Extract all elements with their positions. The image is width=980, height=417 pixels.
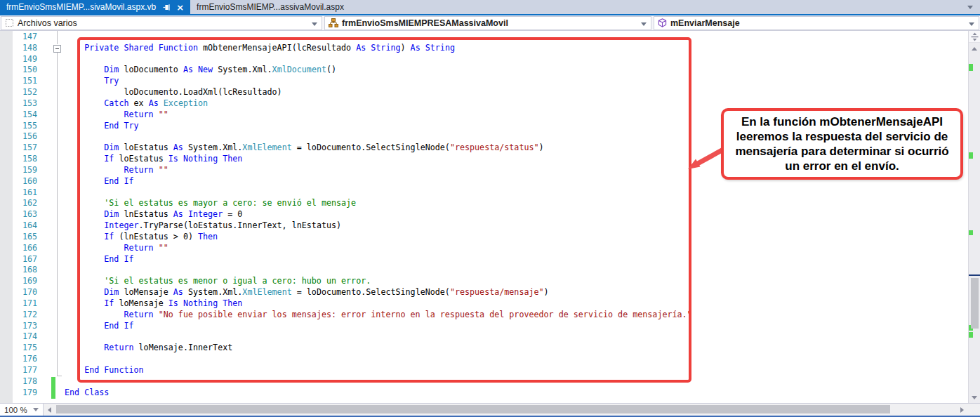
- line-number: 169: [0, 276, 37, 287]
- scrollbar-corner: [968, 404, 980, 416]
- line-number: 165: [0, 232, 37, 243]
- code-line[interactable]: 179End Class: [0, 388, 692, 399]
- code-line[interactable]: 155 End Try: [0, 121, 692, 132]
- vertical-scrollbar[interactable]: [968, 31, 980, 403]
- line-number: 147: [0, 32, 37, 43]
- tab-list-dropdown-icon[interactable]: [967, 6, 973, 9]
- code-line[interactable]: 147: [0, 32, 692, 43]
- code-line[interactable]: 165 If (lnEstatus > 0) Then: [0, 232, 692, 243]
- horizontal-scrollbar[interactable]: [55, 404, 955, 416]
- code-line[interactable]: 166 Return "": [0, 243, 692, 254]
- code-line[interactable]: 163 Dim lnEstatus As Integer = 0: [0, 209, 692, 220]
- line-number: 156: [0, 131, 37, 143]
- code-line[interactable]: 177 End Function: [0, 365, 692, 376]
- line-number: 173: [0, 321, 37, 332]
- code-line[interactable]: 148 Private Shared Function mObtenerMens…: [0, 43, 692, 54]
- pin-icon[interactable]: [163, 4, 171, 11]
- code-line[interactable]: 162 'Si el estatus es mayor a cero: se e…: [0, 198, 692, 209]
- code-line[interactable]: 150 Dim loDocumento As New System.Xml.Xm…: [0, 65, 692, 76]
- line-number: 148: [0, 43, 37, 54]
- code-line[interactable]: 171 If loMensaje Is Nothing Then: [0, 298, 692, 310]
- type-dropdown[interactable]: frmEnvioSmsMIEMPRESAMassivaMovil: [324, 16, 651, 30]
- line-number: 153: [0, 98, 37, 110]
- editor-status-bar: 100 %: [0, 403, 980, 416]
- scroll-right-icon[interactable]: [955, 404, 968, 416]
- member-dropdown[interactable]: mEnviarMensaje: [654, 16, 979, 30]
- member-dropdown-value: mEnviarMensaje: [670, 18, 740, 28]
- code-line[interactable]: 149: [0, 54, 692, 65]
- code-line[interactable]: 156: [0, 131, 692, 143]
- code-line[interactable]: 153 Catch ex As Exception: [0, 98, 692, 110]
- tab-active-vb-file[interactable]: frmEnvioSmsMIEMP...sivaMovil.aspx.vb ×: [0, 0, 190, 14]
- line-number: 149: [0, 54, 37, 65]
- tab-inactive-aspx-file[interactable]: frmEnvioSmsMIEMP...assivaMovil.aspx: [190, 0, 350, 14]
- close-icon[interactable]: ×: [176, 3, 184, 12]
- vertical-scrollbar-thumb[interactable]: [971, 278, 979, 329]
- code-line[interactable]: 178: [0, 376, 692, 388]
- code-line[interactable]: 175 Return loMensaje.InnerText: [0, 343, 692, 354]
- line-number: 164: [0, 220, 37, 232]
- code-line[interactable]: 168: [0, 265, 692, 276]
- code-line[interactable]: 176: [0, 354, 692, 365]
- splitter-grip-icon[interactable]: [969, 31, 980, 43]
- caret-position-mark: [969, 274, 980, 276]
- code-line[interactable]: 158 If loEstatus Is Nothing Then: [0, 154, 692, 165]
- chevron-down-icon: [969, 22, 974, 26]
- misc-files-icon: [5, 18, 14, 27]
- scroll-up-icon[interactable]: [969, 43, 980, 54]
- code-line[interactable]: 151 Try: [0, 76, 692, 87]
- tab-bar: frmEnvioSmsMIEMP...sivaMovil.aspx.vb × f…: [0, 0, 980, 14]
- changed-line-mark: [969, 64, 973, 71]
- code-line[interactable]: 164 Integer.TryParse(loEstatus.InnerText…: [0, 220, 692, 232]
- code-line[interactable]: 169 'Si el estatus es menor o igual a ce…: [0, 276, 692, 287]
- type-dropdown-value: frmEnvioSmsMIEMPRESAMassivaMovil: [342, 18, 508, 28]
- line-number: 160: [0, 176, 37, 187]
- code-line[interactable]: 159 Return "": [0, 165, 692, 176]
- line-number: 174: [0, 331, 37, 343]
- zoom-control[interactable]: 100 %: [0, 404, 44, 416]
- line-number: 158: [0, 154, 37, 165]
- method-icon: [658, 18, 667, 27]
- code-line[interactable]: 160 End If: [0, 176, 692, 187]
- code-line[interactable]: 157 Dim loEstatus As System.Xml.XmlEleme…: [0, 143, 692, 154]
- changed-line-mark: [969, 230, 973, 235]
- line-number: 151: [0, 76, 37, 87]
- changed-line-mark: [969, 332, 973, 338]
- horizontal-scrollbar-thumb[interactable]: [56, 405, 890, 413]
- line-number: 154: [0, 110, 37, 121]
- code-line[interactable]: 173 End If: [0, 321, 692, 332]
- code-line[interactable]: 152 loDocumento.LoadXml(lcResultado): [0, 87, 692, 98]
- line-number: 167: [0, 254, 37, 265]
- line-number: 176: [0, 354, 37, 365]
- line-number: 172: [0, 310, 37, 321]
- chevron-down-icon: [312, 22, 317, 26]
- line-number: 168: [0, 265, 37, 276]
- scroll-left-icon[interactable]: [44, 404, 55, 416]
- chevron-down-icon: [641, 22, 647, 26]
- code-lines[interactable]: 147148 Private Shared Function mObtenerM…: [0, 32, 692, 398]
- scroll-down-icon[interactable]: [969, 392, 980, 403]
- code-line[interactable]: 161: [0, 187, 692, 199]
- annotation-callout: En la función mObtenerMensajeAPI leeremo…: [721, 108, 963, 180]
- line-number: 175: [0, 343, 37, 354]
- code-line[interactable]: 167 End If: [0, 254, 692, 265]
- line-number: 163: [0, 209, 37, 220]
- tab-label: frmEnvioSmsMIEMP...assivaMovil.aspx: [197, 2, 344, 12]
- code-line[interactable]: 154 Return "": [0, 110, 692, 121]
- line-number: 166: [0, 243, 37, 254]
- changed-line-mark: [969, 152, 973, 159]
- scrollbar-track[interactable]: [969, 53, 980, 392]
- project-dropdown-value: Archivos varios: [18, 18, 77, 28]
- code-line[interactable]: 174: [0, 331, 692, 343]
- project-dropdown[interactable]: Archivos varios: [1, 16, 322, 30]
- editor-area[interactable]: 147148 Private Shared Function mObtenerM…: [0, 31, 980, 403]
- line-number: 157: [0, 143, 37, 154]
- line-number: 177: [0, 365, 37, 376]
- code-line[interactable]: 170 Dim loMensaje As System.Xml.XmlEleme…: [0, 287, 692, 298]
- chevron-down-icon: [33, 408, 39, 411]
- code-line[interactable]: 172 Return "No fue posible enviar los me…: [0, 310, 692, 321]
- line-number: 159: [0, 165, 37, 176]
- line-number: 150: [0, 65, 37, 76]
- line-number: 155: [0, 121, 37, 132]
- line-number: 161: [0, 187, 37, 199]
